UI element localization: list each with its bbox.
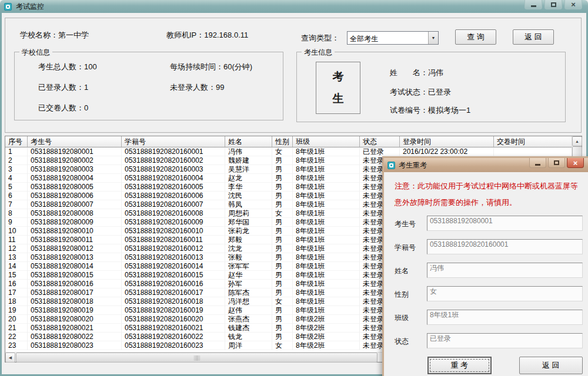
table-cell: 8年级2班	[293, 315, 360, 324]
dialog-maximize-icon	[554, 160, 559, 165]
horizontal-scroll-thumb[interactable]	[16, 352, 377, 362]
table-cell: 8年级1班	[293, 174, 360, 183]
minimize-button[interactable]	[524, 0, 542, 9]
candidate-name-field: 姓 名：冯伟	[390, 68, 443, 78]
chevron-down-icon[interactable]: ▼	[428, 32, 438, 44]
table-cell: 8年级1班	[293, 209, 360, 218]
main-titlebar[interactable]: 考试监控 ×	[0, 0, 588, 13]
query-type-selected: 全部考生	[348, 32, 428, 44]
query-type-label: 查询类型：	[301, 33, 339, 43]
query-type-select[interactable]: 全部考生 ▼	[347, 31, 439, 45]
retake-dialog: 考生重考 × 注意：此功能仅用于考试过程中网络中断或机器蓝屏等 意外故障时所需要…	[382, 156, 588, 376]
submitted-count-field: 已交卷人数：0	[38, 103, 88, 113]
table-row[interactable]: 1053188819208000105318881920820160001冯伟女…	[5, 147, 572, 156]
table-cell: 0531888192080013	[28, 253, 122, 262]
table-cell: 张军军	[225, 262, 272, 271]
table-cell: 8年级1班	[293, 227, 360, 236]
student-id-label: 学籍号	[395, 239, 427, 253]
gender-input[interactable]	[427, 286, 583, 301]
table-cell: 0531888192080011	[28, 236, 122, 244]
table-cell: 8年级1班	[293, 192, 360, 200]
column-header[interactable]: 班级	[293, 136, 360, 147]
table-cell: 男	[272, 262, 293, 271]
table-cell: 8年级2班	[293, 324, 360, 333]
gender-label: 性别	[395, 286, 427, 300]
candidate-id-input[interactable]	[427, 216, 583, 231]
logged-count-label: 已登录人数：	[38, 83, 84, 92]
dialog-field-name: 姓名	[395, 263, 583, 278]
retake-button[interactable]: 重 考	[427, 357, 492, 374]
class-input[interactable]	[427, 310, 583, 325]
table-cell: 05318881920820160015	[122, 271, 225, 280]
query-button[interactable]: 查 询	[455, 29, 496, 45]
table-cell: 赵华	[225, 271, 272, 280]
paper-number-label: 试卷编号：	[390, 106, 428, 115]
candidate-photo-placeholder: 考 生	[316, 62, 360, 114]
table-cell: 男	[272, 324, 293, 333]
dialog-app-icon	[387, 162, 395, 169]
table-cell: 8年级1班	[293, 288, 360, 297]
student-id-input[interactable]	[427, 239, 583, 254]
dialog-maximize-button[interactable]	[548, 158, 565, 168]
table-cell: 05318881920820160004	[122, 174, 225, 183]
table-cell	[494, 147, 572, 156]
status-input[interactable]	[427, 333, 583, 348]
back-button-dialog[interactable]: 返 回	[519, 357, 583, 374]
status-label: 状态	[395, 333, 427, 347]
table-header-row: 序号考生号学籍号姓名性别班级状态登录时间交卷时间	[5, 136, 582, 147]
table-cell: 8年级1班	[293, 200, 360, 209]
column-header[interactable]: 性别	[272, 136, 293, 147]
table-cell: 05318881920820160012	[122, 244, 225, 253]
table-cell: 张毅	[225, 253, 272, 262]
table-cell: 8年级1班	[293, 156, 360, 165]
column-header[interactable]: 状态	[360, 136, 400, 147]
back-button-main[interactable]: 返 回	[513, 29, 554, 45]
teacher-ip-value: 192.168.0.11	[204, 31, 248, 39]
scroll-left-icon[interactable]: ◀	[5, 352, 15, 362]
table-cell: 李华	[225, 183, 272, 192]
duration-value: 60(分钟)	[223, 62, 252, 71]
table-cell: 05318881920820160023	[122, 341, 225, 350]
dialog-field-student-id: 学籍号	[395, 239, 583, 254]
table-cell: 男	[272, 192, 293, 200]
school-name-value: 第一中学	[58, 31, 89, 39]
table-cell: 魏娇建	[225, 156, 272, 165]
table-cell: 女	[272, 297, 293, 306]
close-button[interactable]: ×	[564, 0, 582, 9]
table-cell: 8年级1班	[293, 244, 360, 253]
column-header[interactable]: 学籍号	[122, 136, 225, 147]
dialog-titlebar[interactable]: 考生重考 ×	[384, 158, 588, 172]
table-cell: 男	[272, 200, 293, 209]
table-cell: 7	[5, 200, 28, 209]
column-header[interactable]: 交卷时间	[494, 136, 573, 147]
dialog-minimize-button[interactable]	[529, 158, 546, 168]
class-label: 班级	[395, 310, 427, 323]
table-cell: 15	[5, 271, 28, 280]
maximize-button[interactable]	[544, 0, 562, 9]
table-cell: 冯洋想	[225, 297, 272, 306]
table-cell: 8年级1班	[293, 280, 360, 288]
warning-line-1: 注意：此功能仅用于考试过程中网络中断或机器蓝屏等	[395, 178, 583, 194]
teacher-ip-field: 教师机IP：192.168.0.11	[166, 30, 248, 41]
table-cell: 05318881920820160016	[122, 280, 225, 288]
table-cell: 0531888192080004	[28, 174, 122, 183]
column-header[interactable]: 考生号	[28, 136, 122, 147]
table-cell: 已登录	[360, 147, 400, 156]
table-cell: 05318881920820160018	[122, 297, 225, 306]
table-cell: 0531888192080014	[28, 262, 122, 271]
name-label: 姓名	[395, 263, 427, 276]
name-input[interactable]	[427, 263, 583, 278]
column-header[interactable]: 序号	[5, 136, 28, 147]
school-name-label: 学校名称：	[20, 31, 58, 39]
dialog-field-class: 班级	[395, 310, 583, 325]
scroll-up-icon[interactable]: ▲	[572, 136, 582, 146]
table-cell: 0531888192080020	[28, 315, 122, 324]
column-header[interactable]: 登录时间	[400, 136, 494, 147]
table-cell: 8年级2班	[293, 333, 360, 341]
column-header[interactable]: 姓名	[225, 136, 272, 147]
school-info-group: 学校信息 考生总人数：100 每场持续时间：60(分钟) 已登录人数：1 未登录…	[14, 52, 283, 120]
school-info-title: 学校信息	[19, 48, 52, 58]
table-cell: 张燕杰	[225, 315, 272, 324]
dialog-close-button[interactable]: ×	[567, 158, 584, 168]
table-cell: 男	[272, 165, 293, 174]
